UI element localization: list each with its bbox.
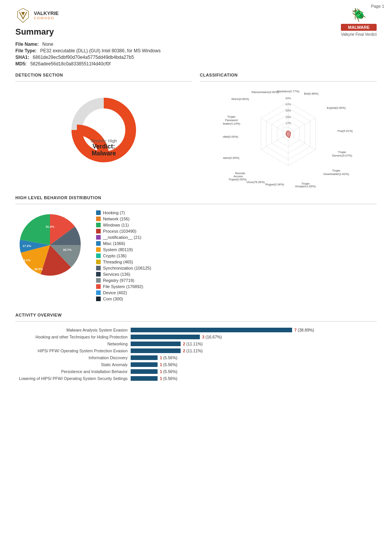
svg-text:Rogue(0.34%): Rogue(0.34%) <box>266 183 284 186</box>
legend-item: Device (402) <box>96 290 151 295</box>
activity-bar-container: 1 (5.56%) <box>131 369 377 374</box>
svg-text:17%: 17% <box>286 122 291 125</box>
svg-text:Downloader(2.62%): Downloader(2.62%) <box>324 172 349 176</box>
pie-chart: 31.2% 17.2% 18.3% 18.7% 14.1% <box>15 210 85 280</box>
verdict-badge-box: MALWARE <box>341 24 377 31</box>
legend-item: Synchronization (106125) <box>96 266 151 270</box>
file-type-row: File Type: PE32 executable (DLL) (GUI) I… <box>15 48 377 53</box>
activity-count: 3 (16.67%) <box>202 335 222 339</box>
logo-sub: COMODO <box>34 16 59 20</box>
classification-divider <box>200 81 377 82</box>
legend-label: Threading (465) <box>103 260 133 264</box>
md5-value: 5826adee56d18c0a83385511f4d40cf0f <box>30 61 111 67</box>
behavior-legend: Hooking (7)Network (156)Windows (11)Proc… <box>96 210 151 301</box>
activity-label: Static Anomaly <box>15 362 131 367</box>
legend-color <box>96 247 101 252</box>
verdict-badge: 🪲 MALWARE Valkyrie Final Verdict <box>341 8 377 37</box>
donut-label: Severity: High Verdict: Malware <box>86 138 121 157</box>
svg-text:Bot(0.86%): Bot(0.86%) <box>304 92 319 95</box>
activity-num: 1 <box>160 355 162 360</box>
activity-bar <box>131 335 200 339</box>
activity-label: HIPS/ PFW/ Operating System Protection E… <box>15 348 131 353</box>
svg-text:Generic(5.07%): Generic(5.07%) <box>332 154 352 157</box>
svg-text:50%: 50% <box>286 109 291 112</box>
activity-num: 7 <box>294 328 297 332</box>
page-title: Summary <box>15 27 377 37</box>
legend-color <box>96 217 101 221</box>
svg-text:Password: Password <box>225 118 238 122</box>
svg-text:67%: 67% <box>286 103 291 106</box>
legend-item: File System (176892) <box>96 284 151 289</box>
legend-label: System (80119) <box>103 247 133 252</box>
md5-label: MD5: <box>15 61 27 67</box>
legend-label: Services (136) <box>103 272 130 277</box>
file-name-label: File Name: <box>15 42 39 47</box>
legend-color <box>96 272 101 277</box>
activity-count: 2 (11.11%) <box>183 348 203 353</box>
classification-title: CLASSIFICATION <box>200 73 377 77</box>
svg-text:Trojan: Trojan <box>228 115 236 118</box>
md5-row: MD5: 5826adee56d18c0a83385511f4d40cf0f <box>15 61 377 67</box>
activity-count: 1 (5.56%) <box>160 362 178 367</box>
behavior-divider <box>15 204 377 204</box>
file-type-label: File Type: <box>15 48 37 53</box>
legend-color <box>96 266 101 270</box>
file-name-row: File Name: None <box>15 42 377 47</box>
svg-text:Trojan: Trojan <box>338 150 346 154</box>
svg-text:Worm(0.80%): Worm(0.80%) <box>231 97 249 101</box>
activity-bar-container: 7 (38.89%) <box>131 328 377 332</box>
svg-text:Trojan: Trojan <box>332 169 341 172</box>
legend-item: Misc (1066) <box>96 241 151 246</box>
activity-bar-container: 1 (5.56%) <box>131 376 377 381</box>
activity-row: Lowering of HIPS/ PFW/ Operating System … <box>15 376 377 381</box>
legend-label: Registry (97719) <box>103 278 134 283</box>
svg-text:33%: 33% <box>286 116 291 118</box>
legend-item: Crypto (136) <box>96 253 151 258</box>
sha1-label: SHA1: <box>15 55 29 60</box>
legend-color <box>96 284 101 289</box>
activity-bar <box>131 355 158 360</box>
legend-label: Misc (1066) <box>103 241 125 246</box>
legend-label: Com (300) <box>103 297 123 301</box>
svg-text:Stealer(4.14%): Stealer(4.14%) <box>223 122 241 125</box>
svg-text:Virus(78.26%): Virus(78.26%) <box>246 180 265 184</box>
legend-label: __notification__ (21) <box>103 235 141 240</box>
activity-num: 1 <box>160 362 162 367</box>
header: VALKYRIE COMODO <box>15 8 377 23</box>
activity-bar <box>131 369 158 374</box>
svg-text:17.2%: 17.2% <box>23 244 32 248</box>
svg-text:Exploit(0.00%): Exploit(0.00%) <box>327 106 346 110</box>
page: Page 1 VALKYRIE COMODO Summary File Name… <box>0 0 392 391</box>
activity-row: Persistence and Installation Behavior 1 … <box>15 369 377 374</box>
legend-item: Threading (465) <box>96 260 151 264</box>
activity-count: 1 (5.56%) <box>160 376 178 381</box>
legend-color <box>96 290 101 295</box>
svg-text:18.7%: 18.7% <box>63 248 72 252</box>
legend-label: Synchronization (106125) <box>103 266 151 270</box>
legend-label: Process (103490) <box>103 229 136 233</box>
activity-bar-container: 1 (5.56%) <box>131 362 377 367</box>
activity-table: Malware Analysis System Evasion 7 (38.89… <box>15 328 377 381</box>
logo-text-block: VALKYRIE COMODO <box>34 11 59 20</box>
sha1-row: SHA1: 6861de29ec5dbf90d70e4a5775dd49db4b… <box>15 55 377 60</box>
activity-section: ACTIVITY OVERVIEW Malware Analysis Syste… <box>15 313 377 381</box>
legend-color <box>96 241 101 246</box>
activity-bar <box>131 342 181 346</box>
activity-label: Information Discovery <box>15 355 131 360</box>
activity-label: Persistence and Installation Behavior <box>15 369 131 374</box>
svg-text:Trojan(0.00%): Trojan(0.00%) <box>228 178 247 181</box>
activity-num: 3 <box>202 335 204 339</box>
legend-color <box>96 223 101 227</box>
legend-label: Crypto (136) <box>103 253 126 258</box>
svg-marker-10 <box>286 131 291 138</box>
detection-divider <box>15 81 192 82</box>
activity-bar <box>131 348 181 353</box>
malware-icon: 🪲 <box>341 8 377 22</box>
file-name-value: None <box>42 42 53 47</box>
legend-label: Device (402) <box>103 290 127 295</box>
logo: VALKYRIE COMODO <box>15 8 59 23</box>
activity-title: ACTIVITY OVERVIEW <box>15 313 377 317</box>
donut-chart-area: Severity: High Verdict: Malware <box>15 88 192 172</box>
detection-title: DETECTION SECTION <box>15 73 192 77</box>
svg-text:18.3%: 18.3% <box>34 267 43 271</box>
